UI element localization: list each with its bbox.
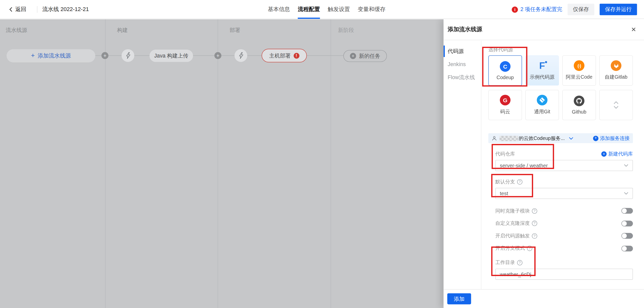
stage-divider xyxy=(331,19,331,308)
back-label: 返回 xyxy=(15,6,26,13)
gitlab-logo-icon xyxy=(611,60,621,71)
save-and-run-button[interactable]: 保存并运行 xyxy=(600,4,637,15)
stage-header-build: 构建 xyxy=(117,27,128,34)
tab-process-config[interactable]: 流程配置 xyxy=(298,0,320,19)
add-stage-icon[interactable] xyxy=(101,52,108,59)
tab-variables-cache[interactable]: 变量和缓存 xyxy=(358,0,385,19)
plus-icon xyxy=(350,53,356,59)
branch-label: 默认分支 xyxy=(495,178,522,185)
github-logo-icon xyxy=(574,95,584,106)
trigger-lightning-icon[interactable] xyxy=(122,49,134,62)
topbar-tabs: 基本信息 流程配置 触发设置 变量和缓存 xyxy=(268,0,385,19)
help-icon[interactable] xyxy=(532,233,537,239)
tab-basic-info[interactable]: 基本信息 xyxy=(268,0,290,19)
plus-icon: + xyxy=(31,52,35,59)
chevron-down-icon xyxy=(624,192,628,195)
source-trigger-toggle[interactable] xyxy=(621,233,633,239)
flow-sample-logo-icon: F xyxy=(537,60,547,71)
branch-mode-toggle[interactable] xyxy=(621,246,633,251)
toggle-options: 同时克隆子模块 自定义克隆深度 开启代码 xyxy=(495,205,633,255)
unconfigured-text: 2 项任务未配置完 xyxy=(520,6,562,13)
service-dropdown-chevron-icon[interactable] xyxy=(569,137,573,139)
repo-select-value: server-side / weather xyxy=(500,163,548,168)
source-card-gitee[interactable]: G 码云 xyxy=(488,90,522,120)
build-task-node[interactable]: Java 构建上传 xyxy=(149,50,193,62)
help-icon[interactable] xyxy=(532,208,537,214)
source-label: 示例代码源 xyxy=(530,74,554,81)
add-pipeline-source-button[interactable]: + 添加流水线源 xyxy=(7,49,95,62)
deploy-task-label: 主机部署 xyxy=(269,52,291,59)
unconfigured-warning[interactable]: 2 项任务未配置完 xyxy=(512,6,562,13)
repo-label: 代码仓库 xyxy=(495,150,515,158)
add-button[interactable]: 添加 xyxy=(447,293,471,304)
workdir-input[interactable] xyxy=(495,269,633,280)
help-icon[interactable] xyxy=(532,221,537,226)
trigger-lightning-icon[interactable] xyxy=(234,49,247,62)
choose-source-label: 选择代码源 xyxy=(488,46,633,53)
collapse-sources-button[interactable] xyxy=(599,90,633,120)
toggle-label-text: 开启分支模式 xyxy=(495,245,525,252)
source-label: 阿里云Code xyxy=(566,74,592,81)
nav-item-code-source[interactable]: 代码源 xyxy=(444,45,481,58)
workdir-label: 工作目录 xyxy=(495,259,522,266)
help-icon[interactable] xyxy=(527,246,532,251)
plus-circle-icon xyxy=(601,151,607,157)
panel-header: 添加流水线源 xyxy=(444,19,644,40)
topbar-divider xyxy=(37,6,37,13)
source-card-generic-git[interactable]: 通用Git xyxy=(525,90,559,120)
panel-title: 添加流水线源 xyxy=(448,26,482,33)
codeup-logo-icon: C xyxy=(500,61,510,71)
plus-circle-icon xyxy=(593,136,598,141)
toggle-row-submodules: 同时克隆子模块 xyxy=(495,205,633,217)
source-card-sample[interactable]: F 示例代码源 xyxy=(525,55,559,86)
toggle-label: 同时克隆子模块 xyxy=(495,208,537,215)
nav-item-flow-pipeline[interactable]: Flow流水线 xyxy=(444,71,481,84)
toggle-label-text: 开启代码源触发 xyxy=(495,232,530,239)
aliyun-code-logo-icon: (-) xyxy=(574,60,584,71)
add-stage-icon[interactable] xyxy=(214,52,221,59)
toggle-label: 开启分支模式 xyxy=(495,245,532,252)
source-card-aliyun-code[interactable]: (-) 阿里云Code xyxy=(562,55,596,86)
save-only-button[interactable]: 仅保存 xyxy=(568,4,594,15)
chevron-down-icon xyxy=(624,164,628,167)
source-label: 自建Gitlab xyxy=(605,74,627,81)
build-task-label: Java 构建上传 xyxy=(154,52,188,59)
deploy-task-node[interactable]: 主机部署 xyxy=(262,49,307,62)
new-task-button[interactable]: 新的任务 xyxy=(343,50,387,62)
branch-select[interactable]: test xyxy=(495,188,633,199)
clone-depth-toggle[interactable] xyxy=(621,221,633,226)
nav-item-jenkins[interactable]: Jenkins xyxy=(444,58,481,71)
close-icon[interactable] xyxy=(631,26,636,33)
stage-header-source: 流水线源 xyxy=(6,27,27,34)
flow-pipeline-editor: 返回 流水线 2022-12-21 基本信息 流程配置 触发设置 变量和缓存 2… xyxy=(0,0,644,308)
toggle-row-source-trigger: 开启代码源触发 xyxy=(495,230,633,242)
source-card-github[interactable]: Github xyxy=(562,90,596,120)
repo-select[interactable]: server-side / weather xyxy=(495,160,633,171)
toggle-row-clone-depth: 自定义克隆深度 xyxy=(495,217,633,230)
source-grid: C Codeup F 示例代码源 (-) 阿里云Code 自建Gitlab xyxy=(488,55,633,120)
top-bar: 返回 流水线 2022-12-21 基本信息 流程配置 触发设置 变量和缓存 2… xyxy=(0,0,644,19)
redacted-username xyxy=(499,136,518,141)
add-service-connection-label: 添加服务连接 xyxy=(600,135,630,142)
back-button[interactable]: 返回 xyxy=(9,0,26,19)
new-repo-link[interactable]: 新建代码库 xyxy=(601,150,633,158)
help-icon[interactable] xyxy=(517,179,522,184)
add-service-connection-link[interactable]: 添加服务连接 xyxy=(593,135,630,142)
gitee-logo-icon: G xyxy=(500,95,510,105)
git-logo-icon xyxy=(537,95,547,105)
source-card-gitlab[interactable]: 自建Gitlab xyxy=(599,55,633,86)
source-label: 码云 xyxy=(500,108,510,115)
help-icon[interactable] xyxy=(517,260,522,265)
tab-trigger-settings[interactable]: 触发设置 xyxy=(328,0,350,19)
workdir-label-text: 工作目录 xyxy=(495,259,515,266)
stage-divider xyxy=(218,19,218,308)
service-connection-bar: 的云效Codeup服务... 添加服务连接 xyxy=(488,133,633,143)
source-label: Codeup xyxy=(497,74,514,80)
new-task-label: 新的任务 xyxy=(359,52,380,60)
user-icon xyxy=(492,136,497,141)
toggle-label: 开启代码源触发 xyxy=(495,232,537,239)
submodules-toggle[interactable] xyxy=(621,208,633,214)
add-pipeline-source-label: 添加流水线源 xyxy=(38,52,71,59)
new-repo-label: 新建代码库 xyxy=(608,150,633,158)
source-card-codeup[interactable]: C Codeup xyxy=(488,55,522,86)
